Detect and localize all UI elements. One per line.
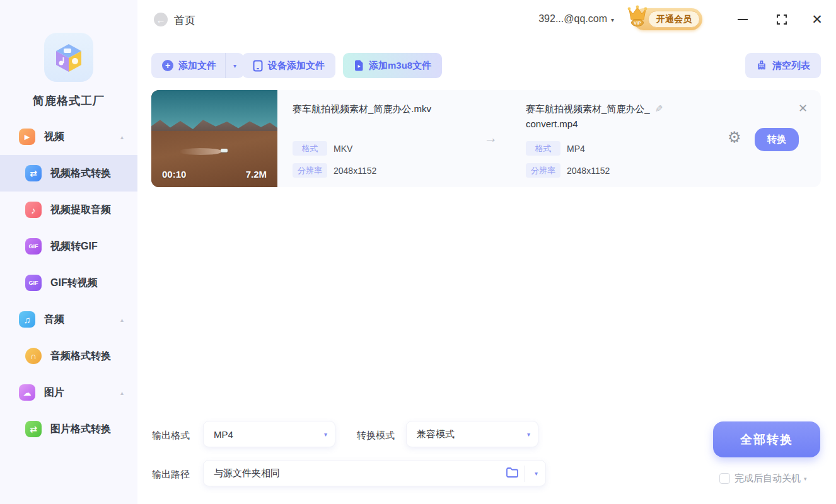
- convert-mode-select[interactable]: 兼容模式 ▾: [406, 421, 538, 447]
- output-format-select[interactable]: MP4 ▾: [203, 421, 335, 447]
- output-path-label: 输出路径: [152, 469, 190, 481]
- cube-logo-icon: [52, 40, 86, 74]
- sidebar-item-extract-audio[interactable]: ♪ 视频提取音频: [0, 192, 137, 228]
- source-resolution-value: 2048x1152: [334, 166, 376, 176]
- account-email: 392...@qq.com: [538, 13, 607, 24]
- add-m3u8-label: 添加m3u8文件: [369, 60, 431, 72]
- app-logo: 简鹿格式工厂: [0, 33, 137, 108]
- chevron-up-icon[interactable]: ▴: [120, 134, 124, 140]
- chevron-down-icon[interactable]: ▾: [804, 476, 807, 482]
- chevron-down-icon: ▾: [324, 431, 327, 438]
- svg-text:VIP: VIP: [634, 21, 641, 25]
- file-row: 00:10 7.2M 赛车航拍视频素材_简鹿办公.mkv 格式 MKV 分辨率 …: [151, 90, 821, 187]
- folder-icon[interactable]: [506, 467, 519, 479]
- thumbnail-car: [221, 149, 228, 152]
- chevron-up-icon[interactable]: ▴: [120, 316, 124, 323]
- output-filename-line2: convert.mp4: [526, 118, 578, 129]
- minimize-icon: [738, 19, 748, 20]
- back-icon: ←: [156, 14, 166, 25]
- sidebar-menu: ▶ 视频 ▴ ⇄ 视频格式转换 ♪ 视频提取音频 GIF 视频转GIF GIF …: [0, 118, 137, 447]
- app-window: 简鹿格式工厂 ▶ 视频 ▴ ⇄ 视频格式转换 ♪ 视频提取音频 GIF 视频转G…: [0, 0, 836, 504]
- clear-broom-icon: [756, 60, 767, 71]
- sidebar-item-video-group[interactable]: ▶ 视频 ▴: [0, 118, 137, 155]
- toolbar: + 添加文件 ▾ 设备添加文件 添加m3u8文件: [151, 53, 821, 78]
- image-icon: ☁: [19, 384, 35, 401]
- chevron-down-icon[interactable]: ▾: [535, 470, 538, 477]
- extract-audio-icon: ♪: [25, 202, 42, 218]
- sidebar-item-label: GIF转视频: [50, 277, 98, 290]
- clear-list-label: 清空列表: [772, 60, 810, 72]
- output-format-label: 输出格式: [152, 430, 190, 442]
- source-format-value: MKV: [334, 144, 352, 154]
- remove-file-icon[interactable]: ✕: [798, 101, 808, 115]
- sidebar-item-label: 视频: [44, 130, 64, 144]
- close-window-button[interactable]: ✕: [808, 11, 826, 28]
- sidebar-item-gif-to-video[interactable]: GIF GIF转视频: [0, 265, 137, 301]
- sidebar-item-image-group[interactable]: ☁ 图片 ▴: [0, 374, 137, 411]
- sidebar-item-label: 音频格式转换: [50, 350, 111, 363]
- back-button[interactable]: ←: [154, 13, 168, 26]
- sidebar: 简鹿格式工厂 ▶ 视频 ▴ ⇄ 视频格式转换 ♪ 视频提取音频 GIF 视频转G…: [0, 0, 137, 504]
- sidebar-item-audio-group[interactable]: ♫ 音频 ▴: [0, 301, 137, 338]
- minimize-button[interactable]: [734, 11, 752, 28]
- output-format-selected: MP4: [214, 429, 233, 440]
- gear-icon[interactable]: ⚙: [728, 130, 741, 145]
- shutdown-checkbox[interactable]: [719, 473, 730, 484]
- account-menu[interactable]: 392...@qq.com▾: [538, 13, 614, 25]
- maximize-button[interactable]: [773, 11, 791, 28]
- close-icon: ✕: [811, 12, 823, 27]
- source-file-info: 赛车航拍视频素材_简鹿办公.mkv: [293, 101, 431, 117]
- audio-convert-icon: ∩: [25, 348, 42, 364]
- video-duration: 00:10: [162, 169, 186, 180]
- sidebar-item-video-to-gif[interactable]: GIF 视频转GIF: [0, 228, 137, 265]
- edit-filename-icon[interactable]: ✎: [655, 101, 663, 117]
- output-format-value: MP4: [567, 144, 585, 154]
- resolution-badge: 分辨率: [526, 163, 560, 178]
- chevron-down-icon: ▾: [233, 62, 236, 69]
- sidebar-item-label: 音频: [44, 313, 64, 326]
- sidebar-item-label: 视频格式转换: [50, 167, 111, 180]
- device-add-file-button[interactable]: 设备添加文件: [242, 53, 335, 78]
- image-convert-icon: ⇄: [25, 421, 42, 437]
- sidebar-item-video-convert[interactable]: ⇄ 视频格式转换: [0, 155, 137, 192]
- chevron-up-icon[interactable]: ▴: [120, 389, 124, 396]
- chevron-down-icon: ▾: [611, 16, 614, 23]
- output-format-row: 格式 MP4: [526, 141, 585, 156]
- arrow-right-icon: →: [484, 130, 497, 146]
- source-resolution-row: 分辨率 2048x1152: [293, 163, 376, 178]
- output-filename-line1: 赛车航拍视频素材_简鹿办公_: [526, 103, 650, 114]
- shutdown-after-finish-option[interactable]: 完成后自动关机 ▾: [719, 472, 807, 484]
- video-thumbnail: 00:10 7.2M: [151, 90, 277, 187]
- convert-all-button[interactable]: 全部转换: [713, 421, 820, 457]
- add-file-dropdown[interactable]: ▾: [225, 53, 244, 78]
- header: ← 首页 392...@qq.com▾ VIP 开通会员 ✕: [137, 0, 836, 39]
- output-path-field[interactable]: 与源文件夹相同 ▾: [203, 460, 546, 486]
- maximize-icon: [777, 14, 787, 25]
- format-badge: 格式: [526, 141, 560, 156]
- add-m3u8-button[interactable]: 添加m3u8文件: [343, 53, 442, 78]
- sidebar-item-label: 视频转GIF: [50, 240, 98, 253]
- resolution-badge: 分辨率: [293, 163, 327, 178]
- phone-icon: [253, 60, 263, 72]
- video-convert-icon: ⇄: [25, 165, 42, 181]
- sidebar-item-image-convert[interactable]: ⇄ 图片格式转换: [0, 411, 137, 447]
- video-filesize: 7.2M: [246, 169, 267, 180]
- convert-button[interactable]: 转换: [755, 128, 799, 151]
- video-to-gif-icon: GIF: [25, 238, 42, 255]
- clear-list-button[interactable]: 清空列表: [745, 53, 821, 78]
- output-resolution-row: 分辨率 2048x1152: [526, 163, 610, 178]
- shutdown-label: 完成后自动关机: [734, 472, 801, 484]
- vip-upgrade-button[interactable]: VIP 开通会员: [633, 8, 702, 30]
- thumbnail-sky: [151, 90, 277, 131]
- output-resolution-value: 2048x1152: [567, 166, 610, 176]
- field-divider: [525, 466, 525, 482]
- source-format-row: 格式 MKV: [293, 141, 352, 156]
- sidebar-item-audio-convert[interactable]: ∩ 音频格式转换: [0, 338, 137, 374]
- sidebar-item-label: 图片: [44, 386, 64, 399]
- convert-mode-selected: 兼容模式: [417, 428, 455, 440]
- audio-icon: ♫: [19, 311, 35, 328]
- m3u8-file-icon: [354, 60, 364, 71]
- chevron-down-icon: ▾: [527, 431, 530, 438]
- vip-label: 开通会员: [648, 11, 700, 28]
- add-file-button[interactable]: + 添加文件 ▾: [151, 53, 244, 78]
